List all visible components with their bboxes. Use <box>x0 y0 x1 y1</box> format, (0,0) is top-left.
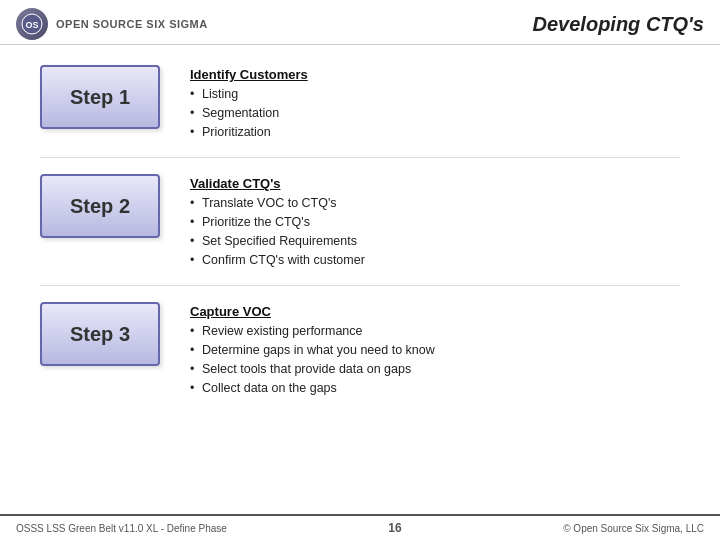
divider-2 <box>40 285 680 286</box>
step-row-3: Step 3 Capture VOC Review existing perfo… <box>40 302 680 397</box>
step-2-title: Validate CTQ's <box>190 176 680 191</box>
divider-1 <box>40 157 680 158</box>
list-item: Confirm CTQ's with customer <box>190 251 680 270</box>
footer-page-number: 16 <box>388 521 401 535</box>
footer: OSSS LSS Green Belt v11.0 XL - Define Ph… <box>0 514 720 540</box>
step-box-2: Step 2 <box>40 174 160 238</box>
step-2-list: Translate VOC to CTQ's Prioritize the CT… <box>190 194 680 269</box>
list-item: Collect data on the gaps <box>190 379 680 398</box>
main-content: Step 1 Identify Customers Listing Segmen… <box>0 45 720 407</box>
list-item: Determine gaps in what you need to know <box>190 341 680 360</box>
step-1-title: Identify Customers <box>190 67 680 82</box>
step-1-list: Listing Segmentation Prioritization <box>190 85 680 141</box>
page-title: Developing CTQ's <box>533 13 704 36</box>
svg-text:OS: OS <box>25 20 38 30</box>
step-content-1: Identify Customers Listing Segmentation … <box>190 65 680 141</box>
footer-right: © Open Source Six Sigma, LLC <box>563 523 704 534</box>
logo-text: OPEN SOURCE SIX SIGMA <box>56 18 208 30</box>
step-box-1: Step 1 <box>40 65 160 129</box>
step-box-3: Step 3 <box>40 302 160 366</box>
list-item: Prioritization <box>190 123 680 142</box>
step-content-2: Validate CTQ's Translate VOC to CTQ's Pr… <box>190 174 680 269</box>
step-3-list: Review existing performance Determine ga… <box>190 322 680 397</box>
list-item: Listing <box>190 85 680 104</box>
list-item: Select tools that provide data on gaps <box>190 360 680 379</box>
step-3-title: Capture VOC <box>190 304 680 319</box>
list-item: Segmentation <box>190 104 680 123</box>
list-item: Translate VOC to CTQ's <box>190 194 680 213</box>
step-row-1: Step 1 Identify Customers Listing Segmen… <box>40 65 680 141</box>
logo-area: OS OPEN SOURCE SIX SIGMA <box>16 8 208 40</box>
header: OS OPEN SOURCE SIX SIGMA Developing CTQ'… <box>0 0 720 45</box>
list-item: Prioritize the CTQ's <box>190 213 680 232</box>
list-item: Review existing performance <box>190 322 680 341</box>
list-item: Set Specified Requirements <box>190 232 680 251</box>
step-content-3: Capture VOC Review existing performance … <box>190 302 680 397</box>
step-row-2: Step 2 Validate CTQ's Translate VOC to C… <box>40 174 680 269</box>
footer-left: OSSS LSS Green Belt v11.0 XL - Define Ph… <box>16 523 227 534</box>
logo-icon: OS <box>16 8 48 40</box>
